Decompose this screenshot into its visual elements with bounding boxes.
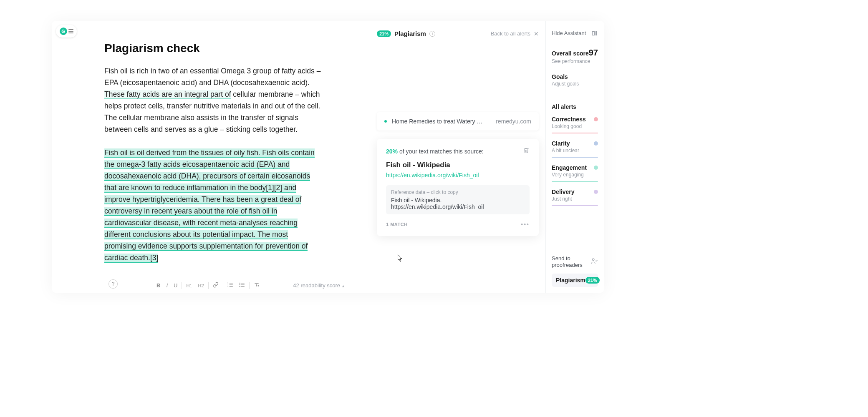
send-to-proofreaders-button[interactable]: Send to proofreaders [552,255,598,269]
source-card-collapsed[interactable]: Home Remedies to treat Watery Eyes - R… … [377,112,539,131]
svg-rect-10 [241,284,244,285]
svg-rect-0 [229,283,232,283]
plagiarism-row-badge: 21% [585,277,600,284]
formatting-toolbar: ? B I U H1 H2 123 [104,278,370,293]
category-dot-icon [594,190,598,194]
category-subtitle: Looking good [552,123,598,129]
close-icon[interactable]: ✕ [534,30,539,37]
category-name: Engagement [552,164,587,171]
cursor-pointer-icon [398,254,403,261]
assistant-sidebar: Hide Assistant Overall score 97 See perf… [545,21,604,293]
bullet-list-button[interactable] [239,282,245,289]
svg-text:3: 3 [227,285,229,287]
document-body[interactable]: Fish oil is rich in two of an essential … [104,65,321,293]
bold-button[interactable]: B [156,282,160,289]
category-bar [552,205,598,206]
back-to-alerts-link[interactable]: Back to all alerts ✕ [491,30,539,37]
editor-pane: Plagiarism check Fish oil is rich in two… [52,21,370,293]
source-card-expanded: 20% of your text matches this source: Fi… [377,139,539,236]
source-title-expanded: Fish oil - Wikipedia [386,161,530,169]
adjust-goals-link[interactable]: Adjust goals [552,81,598,87]
overall-score-value: 97 [589,48,598,58]
match-count: 1 MATCH [386,222,408,227]
reference-text: Fish oil - Wikipedia. https://en.wikiped… [391,197,525,210]
h1-button[interactable]: H1 [186,283,192,288]
svg-point-8 [239,286,240,287]
category-name: Correctness [552,116,586,123]
italic-button[interactable]: I [166,282,168,289]
alerts-title: Plagiarism [394,30,426,37]
info-icon[interactable]: i [429,31,435,37]
category-dot-icon [594,117,598,121]
more-icon[interactable]: ••• [521,221,530,228]
clear-formatting-button[interactable] [254,282,260,289]
source-title: Home Remedies to treat Watery Eyes - R… [392,118,486,125]
category-correctness[interactable]: Correctness Looking good [552,116,598,133]
hide-assistant-button[interactable]: Hide Assistant [552,30,598,36]
overall-score-row[interactable]: Overall score 97 [552,48,598,58]
category-subtitle: Just right [552,196,598,202]
svg-point-7 [239,284,240,285]
link-button[interactable] [213,282,219,289]
match-percent-text: of your text matches this source: [399,148,523,155]
source-dot-icon [384,120,387,123]
grammarly-logo-badge[interactable]: G [56,25,77,38]
readability-score[interactable]: 42 readability score▲ [293,282,345,289]
plagiarism-highlight-light: These fatty acids are an integral part o… [104,90,231,99]
svg-rect-9 [241,283,244,283]
source-domain: — remedyu.com [488,118,531,125]
numbered-list-button[interactable]: 123 [227,282,233,289]
plagiarism-row-button[interactable]: Plagiarism 21% [552,274,598,287]
plagiarism-percent-badge: 21% [377,30,391,37]
h2-button[interactable]: H2 [198,283,204,288]
alerts-pane: 21% Plagiarism i Back to all alerts ✕ Ho… [370,21,545,293]
svg-rect-2 [229,286,232,287]
see-performance-link[interactable]: See performance [552,58,598,64]
help-icon[interactable]: ? [108,279,118,289]
category-bar [552,157,598,158]
category-subtitle: A bit unclear [552,148,598,153]
paragraph-1[interactable]: Fish oil is rich in two of an essential … [104,65,321,135]
alerts-header: 21% Plagiarism i Back to all alerts ✕ [377,30,539,37]
panel-icon [592,31,598,35]
category-clarity[interactable]: Clarity A bit unclear [552,140,598,158]
category-bar [552,181,598,182]
app-window: Plagiarism check Fish oil is rich in two… [52,21,604,293]
plagiarism-highlight-strong: Fish oil is oil derived from the tissues… [104,148,315,263]
category-engagement[interactable]: Engagement Very engaging [552,164,598,182]
category-dot-icon [594,166,598,170]
all-alerts-link[interactable]: All alerts [552,103,598,110]
svg-rect-1 [229,284,232,285]
category-subtitle: Very engaging [552,172,598,178]
reference-box[interactable]: Reference data – click to copy Fish oil … [386,185,530,214]
category-name: Clarity [552,140,570,147]
category-bar [552,133,598,133]
goals-label: Goals [552,73,598,80]
text-span: Fish oil is rich in two of an essential … [104,67,320,87]
underline-button[interactable]: U [174,282,177,289]
document-title[interactable]: Plagiarism check [104,42,345,55]
svg-point-12 [593,259,595,261]
paragraph-2[interactable]: Fish oil is oil derived from the tissues… [104,147,321,264]
trash-icon[interactable] [523,147,530,155]
reference-label: Reference data – click to copy [391,189,525,195]
source-url-link[interactable]: https://en.wikipedia.org/wiki/Fish_oil [386,172,530,178]
svg-point-6 [239,283,240,284]
svg-rect-11 [241,286,244,287]
grammarly-logo-icon: G [60,28,67,35]
menu-icon [68,28,73,34]
category-dot-icon [594,141,598,146]
category-delivery[interactable]: Delivery Just right [552,188,598,206]
category-name: Delivery [552,188,574,195]
proofreader-icon [590,257,598,266]
match-percent: 20% [386,148,398,155]
